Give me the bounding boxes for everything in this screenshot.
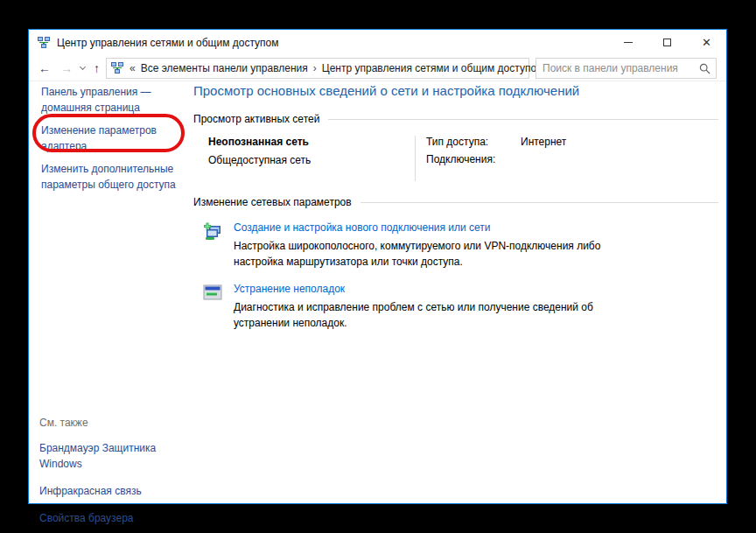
main-content: Просмотр основных сведений о сети и наст…	[193, 79, 718, 331]
title-bar[interactable]: Центр управления сетями и общим доступом…	[29, 30, 726, 55]
connections-row: Подключения:	[426, 153, 566, 165]
close-button[interactable]: ✕	[687, 30, 726, 55]
access-type-row: Тип доступа: Интернет	[426, 136, 566, 148]
task-troubleshoot: Устранение неполадок Диагностика и испра…	[202, 283, 718, 331]
recent-pages-chevron-icon[interactable]	[80, 64, 86, 70]
sidebar-item-control-panel-home[interactable]: Панель управления — домашняя страница	[38, 84, 190, 116]
minimize-button[interactable]	[608, 30, 648, 55]
sidebar-item-windows-firewall[interactable]: Брандмауэр Защитника Windows	[39, 440, 186, 472]
section-label: Просмотр активных сетей	[193, 113, 319, 125]
page-title: Просмотр основных сведений о сети и наст…	[193, 83, 718, 98]
close-icon: ✕	[702, 37, 711, 48]
section-active-networks: Просмотр активных сетей	[193, 113, 718, 125]
troubleshoot-description: Диагностика и исправление проблем с сеть…	[234, 299, 652, 331]
sidebar-item-infrared[interactable]: Инфракрасная связь	[39, 483, 186, 499]
search-icon	[699, 63, 710, 74]
network-sharing-center-icon	[37, 36, 51, 50]
troubleshoot-icon	[202, 283, 223, 304]
search-box	[536, 58, 717, 79]
sidebar-item-internet-options[interactable]: Свойства браузера	[39, 510, 186, 526]
connections-label: Подключения:	[426, 153, 521, 165]
new-connection-link[interactable]: Создание и настройка нового подключения …	[234, 221, 652, 234]
section-change-network-settings: Изменение сетевых параметров	[193, 196, 718, 208]
sidebar-tasks: Панель управления — домашняя страница Из…	[38, 84, 190, 193]
maximize-icon	[663, 39, 671, 46]
network-details: Тип доступа: Интернет Подключения:	[415, 136, 566, 181]
breadcrumb-all-items[interactable]: Все элементы панели управления	[141, 62, 308, 74]
see-also-header: См. также	[39, 417, 186, 429]
search-input[interactable]	[536, 59, 693, 78]
navigation-bar: ← → ↑ « Все элементы панели управления ›…	[29, 55, 726, 81]
sidebar-see-also: См. также Брандмауэр Защитника Windows И…	[39, 417, 186, 526]
sidebar-item-advanced-sharing-settings[interactable]: Изменить дополнительные параметры общего…	[38, 161, 190, 193]
troubleshoot-link[interactable]: Устранение неполадок	[234, 283, 652, 295]
network-name: Неопознанная сеть	[208, 136, 415, 148]
maximize-button[interactable]	[648, 30, 687, 55]
search-button[interactable]	[693, 63, 716, 74]
task-new-connection: Создание и настройка нового подключения …	[202, 221, 718, 270]
network-identity: Неопознанная сеть Общедоступная сеть	[208, 136, 415, 181]
address-bar[interactable]: « Все элементы панели управления › Центр…	[106, 58, 529, 79]
task-text: Создание и настройка нового подключения …	[234, 221, 652, 270]
up-button[interactable]: ↑	[94, 61, 100, 75]
access-type-label: Тип доступа:	[426, 136, 521, 148]
window-title: Центр управления сетями и общим доступом	[57, 37, 279, 49]
window-controls: ✕	[608, 30, 726, 55]
breadcrumb-separator-icon[interactable]: ›	[313, 62, 317, 74]
network-sharing-center-icon	[110, 61, 124, 75]
minimize-icon	[624, 42, 633, 43]
new-connection-icon	[202, 221, 223, 242]
network-category: Общедоступная сеть	[208, 154, 415, 166]
sidebar-item-change-adapter-settings[interactable]: Изменение параметров адаптера	[38, 123, 190, 154]
active-network-block: Неопознанная сеть Общедоступная сеть Тип…	[208, 136, 718, 181]
divider	[328, 119, 718, 120]
section-label: Изменение сетевых параметров	[193, 196, 352, 208]
breadcrumb-current-page[interactable]: Центр управления сетями и общим доступом	[322, 62, 544, 74]
forward-button[interactable]: →	[60, 61, 73, 75]
divider	[360, 202, 718, 203]
network-sharing-center-window: Центр управления сетями и общим доступом…	[28, 29, 727, 504]
task-text: Устранение неполадок Диагностика и испра…	[234, 283, 652, 331]
back-button[interactable]: ←	[38, 61, 51, 75]
breadcrumb-overflow[interactable]: «	[130, 62, 136, 74]
new-connection-description: Настройка широкополосного, коммутируемог…	[234, 238, 652, 270]
access-type-value: Интернет	[521, 136, 566, 148]
